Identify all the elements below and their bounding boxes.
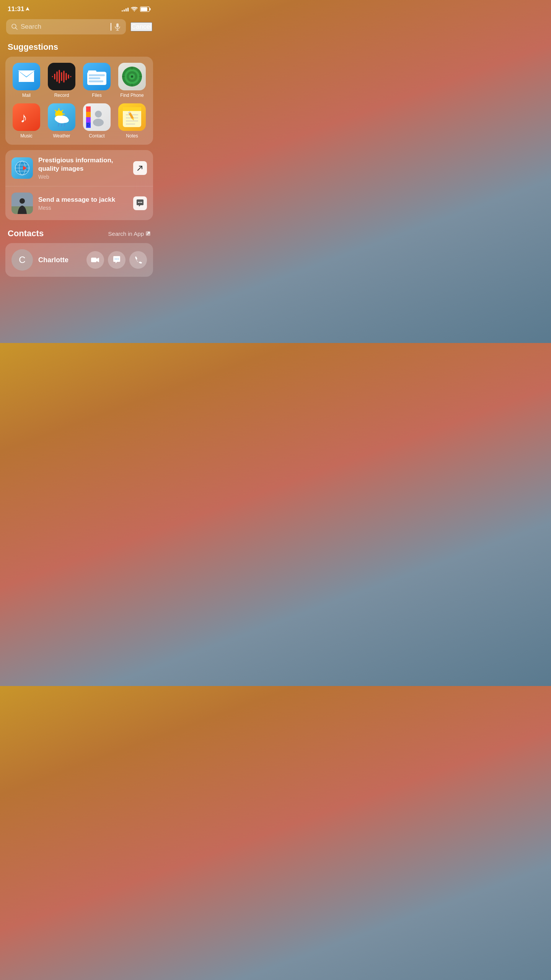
app-item-mail[interactable]: Mail xyxy=(11,63,41,98)
findphone-icon xyxy=(118,63,146,90)
svg-rect-23 xyxy=(89,77,100,79)
svg-point-71 xyxy=(141,202,142,203)
message-suggestion-text: Send a message to jackk Mess xyxy=(38,196,128,211)
contacts-header: Contacts Search in App xyxy=(0,225,158,243)
svg-rect-3 xyxy=(141,7,147,11)
mail-icon xyxy=(13,63,40,90)
message-suggestion-title: Send a message to jackk xyxy=(38,196,128,204)
message-suggestion-subtitle: Mess xyxy=(38,205,128,211)
svg-marker-0 xyxy=(26,7,29,11)
app-item-music[interactable]: ♪ Music xyxy=(11,103,41,139)
battery-icon xyxy=(140,7,151,12)
message-action-button[interactable] xyxy=(133,196,147,210)
weather-label: Weather xyxy=(53,133,70,139)
svg-point-30 xyxy=(131,75,133,78)
search-in-app-label: Search in App xyxy=(108,230,144,237)
svg-point-70 xyxy=(140,202,141,203)
search-in-app-button[interactable]: Search in App xyxy=(108,230,151,237)
web-suggestion-text: Prestigious information, quality images … xyxy=(38,156,128,180)
app-grid: Mail Record xyxy=(11,63,147,139)
search-placeholder: Search xyxy=(21,23,110,31)
contact-name: Charlotte xyxy=(38,256,81,264)
svg-point-76 xyxy=(116,258,117,260)
web-action-button[interactable] xyxy=(133,161,147,175)
web-suggestion-title: Prestigious information, quality images xyxy=(38,156,128,173)
suggestions-title: Suggestions xyxy=(0,39,158,57)
message-suggestion-item[interactable]: Send a message to jackk Mess xyxy=(5,186,153,220)
web-suggestion-subtitle: Web xyxy=(38,174,128,180)
svg-text:♪: ♪ xyxy=(20,110,27,126)
contact-actions xyxy=(86,251,147,269)
svg-line-5 xyxy=(16,28,18,30)
app-item-notes[interactable]: Notes xyxy=(117,103,147,139)
notes-label: Notes xyxy=(126,133,138,139)
svg-line-36 xyxy=(55,110,56,111)
svg-line-34 xyxy=(62,110,63,111)
svg-rect-43 xyxy=(86,106,91,112)
time-display: 11:31 xyxy=(8,5,24,13)
search-icon xyxy=(11,24,18,30)
microphone-icon[interactable] xyxy=(114,23,121,31)
record-icon xyxy=(48,63,75,90)
location-icon xyxy=(26,7,29,12)
contact-card: C Charlotte xyxy=(5,243,153,277)
svg-point-39 xyxy=(61,118,69,123)
files-label: Files xyxy=(92,93,101,98)
message-button[interactable] xyxy=(108,251,126,269)
record-label: Record xyxy=(54,93,69,98)
svg-point-75 xyxy=(115,258,116,260)
signal-bars xyxy=(122,7,129,11)
svg-rect-45 xyxy=(86,117,91,122)
app-item-contact[interactable]: D Contact xyxy=(82,103,112,139)
contact-row: C Charlotte xyxy=(11,249,147,271)
status-bar: 11:31 xyxy=(0,0,158,16)
svg-rect-52 xyxy=(123,107,141,111)
suggestion-items-card: Prestigious information, quality images … xyxy=(5,150,153,220)
app-item-files[interactable]: Files xyxy=(82,63,112,98)
status-time: 11:31 xyxy=(8,5,29,13)
status-icons xyxy=(122,7,151,12)
contact-avatar: C xyxy=(11,249,33,271)
cancel-button[interactable]: Cancel xyxy=(130,22,152,31)
search-bar[interactable]: Search xyxy=(6,19,126,34)
search-container: Search Cancel xyxy=(0,16,158,39)
app-item-record[interactable]: Record xyxy=(47,63,77,98)
contacts-title: Contacts xyxy=(8,229,44,238)
svg-rect-73 xyxy=(91,258,96,262)
mail-label: Mail xyxy=(22,93,31,98)
contact-label: Contact xyxy=(89,133,104,139)
svg-rect-2 xyxy=(150,8,151,10)
svg-rect-6 xyxy=(116,23,119,28)
svg-rect-25 xyxy=(88,70,96,73)
person-thumb xyxy=(11,193,33,214)
wifi-icon xyxy=(131,7,138,12)
app-item-weather[interactable]: Weather xyxy=(47,103,77,139)
svg-point-47 xyxy=(95,111,102,118)
music-label: Music xyxy=(20,133,32,139)
findphone-label: Find Phone xyxy=(120,93,143,98)
web-suggestion-item[interactable]: Prestigious information, quality images … xyxy=(5,150,153,186)
notes-icon xyxy=(118,103,146,131)
web-thumb xyxy=(11,157,33,179)
contact-initial: C xyxy=(19,255,25,265)
svg-text:D: D xyxy=(87,123,90,127)
svg-line-41 xyxy=(61,124,62,126)
search-cursor xyxy=(111,23,111,31)
music-icon: ♪ xyxy=(13,103,40,131)
weather-icon xyxy=(48,103,75,131)
app-suggestions-card: Mail Record xyxy=(5,57,153,145)
svg-line-40 xyxy=(58,124,59,126)
svg-marker-74 xyxy=(96,258,99,262)
svg-rect-24 xyxy=(89,80,103,82)
svg-point-77 xyxy=(118,258,119,260)
video-call-button[interactable] xyxy=(86,251,104,269)
svg-rect-22 xyxy=(89,74,105,76)
svg-rect-44 xyxy=(86,112,91,117)
phone-call-button[interactable] xyxy=(129,251,147,269)
app-item-findphone[interactable]: Find Phone xyxy=(117,63,147,98)
svg-point-69 xyxy=(138,202,139,203)
svg-point-48 xyxy=(93,119,104,126)
svg-line-42 xyxy=(64,124,65,126)
contact-icon: D xyxy=(83,103,111,131)
svg-point-68 xyxy=(20,198,25,204)
